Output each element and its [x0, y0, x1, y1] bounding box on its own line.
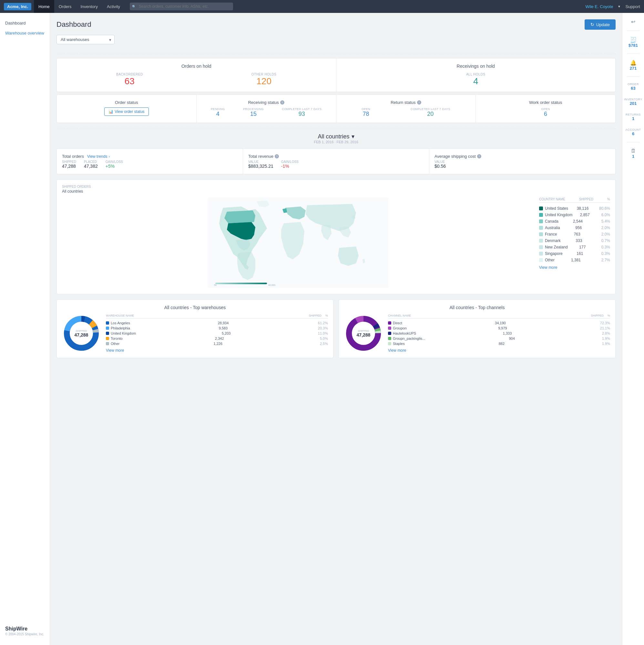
- nav-right: Wile E. Coyote ▾ Support: [585, 4, 640, 9]
- sidebar-footer: ShipWire © 2004-2015 Shipwire, Inc.: [0, 622, 50, 640]
- map-view-more-link[interactable]: View more: [539, 265, 610, 270]
- top-warehouses-title: All countries - Top warehouses: [62, 305, 328, 310]
- map-legend-row: Canada 2,544 5.4%: [539, 218, 610, 225]
- warehouse-legend-row: United Kingdom 5,203 11.0%: [106, 331, 328, 336]
- rp-inventory-label: INVENTORY: [624, 98, 642, 101]
- rp-back-button[interactable]: ↩: [622, 16, 644, 27]
- rp-returns[interactable]: RETURNS 1: [622, 111, 644, 124]
- receiving-status-help-icon[interactable]: ?: [280, 100, 284, 104]
- total-revenue-cols: VALUE $883,325.21 GAIN/LOSS -1%: [248, 160, 424, 169]
- receiving-completed-col: COMPLETED LAST 7 DAYS 93: [282, 108, 322, 118]
- channels-legend-rows: Direct 34,190 72.3% Groupon 9,979 21.1% …: [388, 320, 610, 346]
- page-title: Dashboard: [56, 20, 91, 29]
- notifications-value: 271: [630, 66, 637, 71]
- svg-text:40,000: 40,000: [268, 284, 275, 286]
- status-cards-row: Order status 📊 View order status Receivi…: [56, 94, 616, 123]
- support-link[interactable]: Support: [625, 4, 640, 9]
- receiving-processing-col: PROCESSING 15: [243, 108, 264, 118]
- map-legend-header: COUNTRY NAME SHIPPED %: [539, 197, 610, 203]
- revenue-help-icon[interactable]: ?: [275, 154, 279, 159]
- backordered-value: 63: [116, 76, 143, 86]
- work-order-status-card: Work order status OPEN 6: [476, 95, 615, 123]
- top-channels-title: All countries - Top channels: [344, 305, 610, 310]
- all-holds-value: 4: [341, 76, 610, 86]
- receiving-pending-col: PENDING 4: [211, 108, 225, 118]
- map-section-title: All countries: [62, 189, 610, 194]
- channel-legend-row: Staples 882 1.9%: [388, 341, 610, 346]
- bottom-charts: All countries - Top warehouses: [56, 299, 616, 358]
- top-warehouses-card: All countries - Top warehouses: [56, 299, 333, 358]
- nav-inventory[interactable]: Inventory: [76, 0, 102, 13]
- billing-icon: 🧾: [630, 37, 637, 43]
- orders-on-hold-card: Orders on hold BACKORDERED 63 OTHER HOLD…: [57, 58, 336, 91]
- trends-arrow-icon: ›: [109, 155, 110, 159]
- page-header: Dashboard Update: [56, 19, 616, 30]
- all-holds-label: ALL HOLDS: [341, 72, 610, 76]
- sidebar-item-dashboard[interactable]: Dashboard: [0, 18, 50, 28]
- rp-notifications[interactable]: 🔔 271: [622, 57, 644, 73]
- sidebar: Dashboard Warehouse overview ShipWire © …: [0, 13, 50, 645]
- search-input[interactable]: [130, 3, 233, 10]
- warehouse-dropdown[interactable]: All warehouses Los Angeles Philadelphia …: [56, 35, 115, 44]
- svg-text:50: 50: [214, 284, 216, 286]
- backordered-label: BACKORDERED: [116, 72, 143, 76]
- map-content: 50 40,000 COUNTRY NAME SHIPPED % United …: [62, 197, 610, 289]
- rp-billing[interactable]: 🧾 $781: [622, 34, 644, 50]
- map-legend-row: France 763 2.0%: [539, 231, 610, 237]
- rp-orders-value: 63: [631, 86, 635, 91]
- rp-extra[interactable]: 🗓 1: [622, 146, 644, 161]
- nav-activity[interactable]: Activity: [102, 0, 125, 13]
- shipwire-logo: ShipWire: [5, 626, 44, 632]
- channels-donut-center: SHIPPED 47,288: [357, 330, 370, 338]
- warehouse-select[interactable]: All warehouses Los Angeles Philadelphia …: [56, 35, 115, 44]
- channel-legend-row: Groupon 9,979 21.1%: [388, 326, 610, 331]
- warehouses-legend-rows: Los Angeles 28,934 61.2% Philadelphia 9,…: [106, 320, 328, 346]
- date-range: FEB 1, 2016 · FEB 29, 2016: [56, 140, 616, 144]
- warehouses-view-more-link[interactable]: View more: [106, 348, 328, 353]
- receivings-on-hold-title: Receivings on hold: [341, 63, 610, 69]
- holds-cards-row: Orders on hold BACKORDERED 63 OTHER HOLD…: [56, 58, 616, 92]
- channels-view-more-link[interactable]: View more: [388, 348, 610, 353]
- map-legend-row: United Kingdom 2,857 6.0%: [539, 212, 610, 218]
- view-trends-link[interactable]: View trends: [87, 154, 107, 159]
- return-status-help-icon[interactable]: ?: [417, 100, 421, 104]
- nav-orders[interactable]: Orders: [54, 0, 76, 13]
- view-order-status-button[interactable]: 📊 View order status: [104, 108, 149, 116]
- app-body: Dashboard Warehouse overview ShipWire © …: [0, 13, 644, 645]
- countries-title[interactable]: All countries ▾: [56, 133, 616, 140]
- right-panel: ↩ 🧾 $781 🔔 271 ORDER 63 INVENTORY 201 RE…: [622, 13, 644, 645]
- bell-icon: 🔔: [630, 60, 637, 66]
- copyright-text: © 2004-2015 Shipwire, Inc.: [5, 632, 44, 636]
- other-holds-label: OTHER HOLDS: [252, 72, 277, 76]
- return-status-cols: OPEN 78 COMPLETED LAST 7 DAYS 20: [341, 108, 471, 118]
- shipping-help-icon[interactable]: ?: [477, 154, 481, 159]
- brand-logo[interactable]: Acme, Inc.: [4, 3, 31, 10]
- extra-icon: 🗓: [631, 148, 636, 154]
- receivings-on-hold-card: Receivings on hold ALL HOLDS 4: [336, 58, 616, 91]
- total-revenue-stat: Total revenue ? VALUE $883,325.21 GAIN/L…: [243, 149, 429, 174]
- rp-returns-label: RETURNS: [626, 113, 641, 116]
- warehouse-legend-row: Toronto 2,342 5.0%: [106, 336, 328, 341]
- sidebar-item-warehouse-overview[interactable]: Warehouse overview: [0, 28, 50, 38]
- total-orders-title: Total orders View trends ›: [62, 154, 237, 159]
- rp-inventory[interactable]: INVENTORY 201: [622, 95, 644, 109]
- work-order-open-col: OPEN 6: [541, 108, 550, 118]
- countries-section-header: All countries ▾ FEB 1, 2016 · FEB 29, 20…: [56, 133, 616, 144]
- rp-account[interactable]: ACCOUNT 6: [622, 126, 644, 139]
- update-button[interactable]: Update: [585, 19, 616, 30]
- user-menu[interactable]: Wile E. Coyote: [585, 4, 613, 9]
- channels-donut-chart: SHIPPED 47,288: [344, 314, 383, 353]
- map-section-label: SHIPPED ORDERS: [62, 185, 610, 188]
- nav-home[interactable]: Home: [34, 0, 54, 13]
- avg-shipping-cols: VALUE $0.56: [435, 160, 610, 169]
- return-open-col: OPEN 78: [361, 108, 370, 118]
- return-completed-col: COMPLETED LAST 7 DAYS 20: [411, 108, 450, 118]
- avg-shipping-stat: Average shipping cost ? VALUE $0.56: [429, 149, 615, 174]
- stats-row: Total orders View trends › SHIPPED 47,28…: [56, 149, 616, 174]
- rp-returns-value: 1: [632, 116, 634, 121]
- back-icon: ↩: [631, 19, 635, 25]
- channel-legend-row: Groupn_packinglis... 904 1.9%: [388, 336, 610, 341]
- rp-orders[interactable]: ORDER 63: [622, 80, 644, 93]
- top-warehouses-content: SHIPPED 47,288 WAREHOUSE NAME SHIPPED %: [62, 314, 328, 353]
- orders-on-hold-title: Orders on hold: [62, 63, 331, 69]
